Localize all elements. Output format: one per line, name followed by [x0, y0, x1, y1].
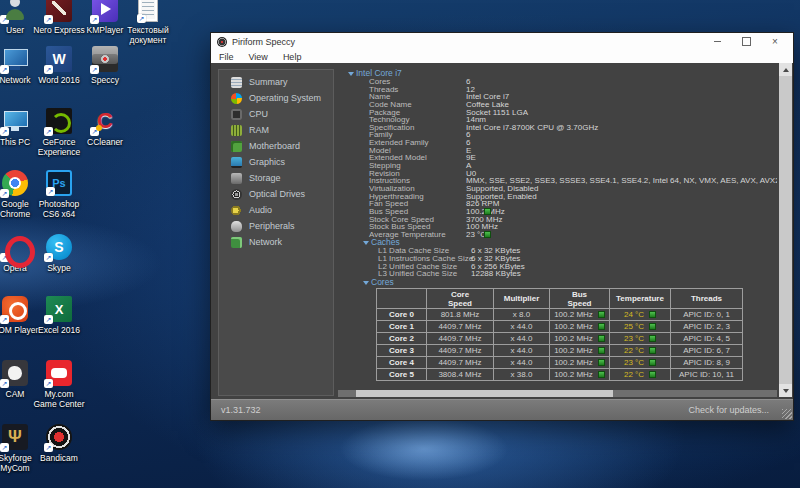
sidebar-item-label: Operating System — [249, 93, 321, 103]
sidebar-item-cpu[interactable]: CPU — [219, 106, 333, 122]
core-cell: APIC ID: 0, 1 — [671, 309, 743, 321]
graph-indicator-icon[interactable] — [598, 359, 605, 366]
desktop-icon-bandicam[interactable]: ↗ Bandicam — [33, 424, 85, 464]
skyforge-app-icon: Ψ ↗ — [2, 424, 28, 450]
menu-view[interactable]: View — [249, 52, 268, 62]
graph-indicator-icon[interactable] — [598, 347, 605, 354]
graph-indicator-icon[interactable] — [649, 359, 656, 366]
cpu-spec-list: Cores 6 Threads 12 Name Intel Core i7 Co… — [338, 78, 777, 238]
desktop-icon-speccy[interactable]: ↗ Speccy — [79, 46, 131, 86]
sidebar: Summary Operating System CPU RAM Motherb… — [218, 69, 334, 396]
desktop-icon-word[interactable]: W ↗ Word 2016 — [33, 46, 85, 86]
spec-row: Stepping A — [338, 162, 777, 170]
graph-indicator-icon[interactable] — [598, 335, 605, 342]
app-icon-glyph — [2, 234, 28, 260]
sidebar-item-os[interactable]: Operating System — [219, 90, 333, 106]
app-version: v1.31.732 — [221, 405, 688, 415]
sidebar-item-mobo[interactable]: Motherboard — [219, 138, 333, 154]
core-cell: 23 °C — [610, 333, 671, 345]
desktop-icon-textdoc[interactable]: ↗ Текстовый документ — [122, 0, 174, 45]
vertical-scroll-thumb[interactable] — [779, 76, 792, 384]
graph-indicator-icon[interactable] — [598, 371, 605, 378]
textdoc-app-icon: ↗ — [138, 0, 158, 22]
resize-grip[interactable] — [782, 409, 792, 419]
core-cell: APIC ID: 4, 5 — [671, 333, 743, 345]
sidebar-item-label: Motherboard — [249, 141, 300, 151]
chevron-down-icon — [783, 389, 789, 393]
cores-table: Core SpeedMultiplierBus SpeedTemperature… — [376, 288, 743, 381]
shortcut-arrow-icon: ↗ — [44, 315, 53, 324]
desktop-icon-label: Текстовый документ — [122, 26, 174, 45]
section-header-cores[interactable]: Cores — [338, 278, 777, 287]
desktop-icon-ccleaner[interactable]: C ↗ CCleaner — [79, 108, 131, 148]
horizontal-scroll-thumb[interactable] — [356, 390, 613, 397]
window-titlebar[interactable]: Piriform Speccy × — [211, 33, 793, 50]
core-cell: 100.2 MHz — [550, 357, 610, 369]
speccy-app-icon: ↗ — [92, 46, 118, 72]
maximize-button[interactable] — [734, 33, 758, 50]
network-app-icon: ↗ — [2, 46, 28, 72]
shortcut-arrow-icon: ↗ — [0, 65, 9, 74]
graph-indicator-icon[interactable] — [598, 323, 605, 330]
desktop-icon-excel[interactable]: X ↗ Excel 2016 — [33, 296, 85, 336]
menu-help[interactable]: Help — [283, 52, 302, 62]
desktop-icon-photoshop[interactable]: Ps ↗ Photoshop CS6 x64 — [33, 170, 85, 219]
shortcut-arrow-icon: ↗ — [44, 127, 53, 136]
sidebar-item-storage[interactable]: Storage — [219, 170, 333, 186]
shortcut-arrow-icon: ↗ — [0, 15, 9, 24]
desktop-icon-skype[interactable]: S ↗ Skype — [33, 234, 85, 274]
menu-file[interactable]: File — [219, 52, 234, 62]
graph-indicator-icon[interactable] — [598, 311, 605, 318]
core-cell: 100.2 MHz — [550, 321, 610, 333]
graph-indicator-icon[interactable] — [484, 208, 491, 215]
desktop-icon-mycom[interactable]: ↗ My.com Game Center — [33, 360, 85, 409]
desktop-icon-nero[interactable]: ↗ Nero Express — [33, 0, 85, 36]
graph-indicator-icon[interactable] — [649, 311, 656, 318]
minimize-button[interactable] — [705, 33, 729, 50]
sidebar-item-periph[interactable]: Peripherals — [219, 218, 333, 234]
shortcut-arrow-icon: ↗ — [137, 14, 146, 23]
sidebar-item-optical[interactable]: Optical Drives — [219, 186, 333, 202]
core-cell: 100.2 MHz — [550, 369, 610, 381]
core-row-label: Core 1 — [377, 321, 427, 333]
check-for-updates-link[interactable]: Check for updates... — [688, 405, 769, 415]
desktop-icon-geforce[interactable]: ↗ GeForce Experience — [33, 108, 85, 157]
graph-indicator-icon[interactable] — [649, 371, 656, 378]
skype-app-icon: S ↗ — [46, 234, 72, 260]
shortcut-arrow-icon: ↗ — [90, 15, 99, 24]
cores-col-header: Temperature — [610, 289, 671, 309]
sidebar-item-summary[interactable]: Summary — [219, 74, 333, 90]
sidebar-item-ram[interactable]: RAM — [219, 122, 333, 138]
desktop-icon-label: Excel 2016 — [33, 326, 85, 336]
app-icon-glyph: C — [92, 108, 118, 134]
core-cell: x 8.0 — [494, 309, 550, 321]
spec-row: Code Name Coffee Lake — [338, 101, 777, 109]
sidebar-item-network[interactable]: Network — [219, 234, 333, 250]
graph-indicator-icon[interactable] — [649, 347, 656, 354]
scroll-down-button[interactable] — [779, 384, 792, 397]
core-cell: APIC ID: 8, 9 — [671, 357, 743, 369]
spec-row: Average Temperature 23 °C — [338, 231, 777, 239]
kmplayer-app-icon: ↗ — [92, 0, 118, 22]
sidebar-item-label: Graphics — [249, 157, 285, 167]
graph-indicator-icon[interactable] — [649, 323, 656, 330]
graph-indicator-icon[interactable] — [649, 335, 656, 342]
spec-row: Threads 12 — [338, 86, 777, 94]
graphics-icon — [231, 157, 242, 168]
core-row-label: Core 3 — [377, 345, 427, 357]
core-cell: 4409.7 MHz — [427, 333, 494, 345]
graph-indicator-icon[interactable] — [484, 231, 491, 238]
mobo-icon — [231, 141, 242, 152]
scroll-up-button[interactable] — [779, 63, 792, 76]
vertical-scrollbar[interactable] — [779, 63, 792, 397]
sidebar-item-audio[interactable]: Audio — [219, 202, 333, 218]
cam-app-icon: ↗ — [2, 360, 28, 386]
close-button[interactable]: × — [763, 33, 787, 50]
core-cell: x 38.0 — [494, 369, 550, 381]
sidebar-item-graphics[interactable]: Graphics — [219, 154, 333, 170]
app-body: Summary Operating System CPU RAM Motherb… — [211, 63, 793, 399]
section-header-cpu[interactable]: Intel Core i7 — [338, 69, 777, 78]
horizontal-scrollbar[interactable] — [338, 390, 777, 397]
cores-col-header: Threads — [671, 289, 743, 309]
menu-bar: FileViewHelp — [211, 50, 793, 63]
